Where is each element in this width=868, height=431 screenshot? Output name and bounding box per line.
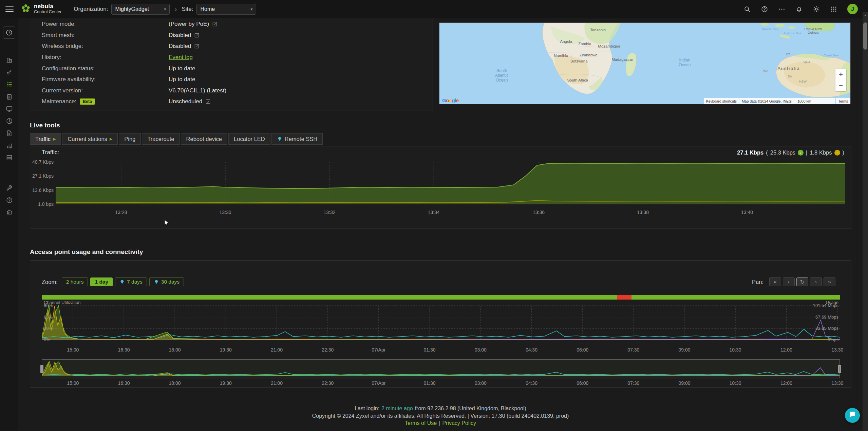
map-panel[interactable]: TanzaniaAngolaZambiaMozambiqueNamibiaZim…	[439, 22, 851, 104]
scrollbar-up-arrow-icon[interactable]: ▲	[863, 13, 868, 18]
brush-handle-left[interactable]	[40, 365, 43, 373]
scrollbar-thumb[interactable]	[863, 22, 867, 50]
tab-remote-ssh[interactable]: Remote SSH	[271, 133, 323, 145]
map-label-mozambique: Mozambique	[598, 44, 620, 48]
pan-last-button[interactable]: »	[824, 277, 835, 286]
pan-first-button[interactable]: «	[769, 277, 781, 286]
page-scrollbar[interactable]: ▲	[863, 12, 868, 431]
pro-gem-icon	[154, 279, 159, 285]
nebula-flower-icon	[20, 3, 31, 15]
site-select[interactable]: Home ▾	[196, 4, 256, 15]
x-tick-label: 01:30	[424, 380, 436, 386]
timeline-brush[interactable]	[42, 359, 840, 378]
zoom-7-days[interactable]: 7 days	[115, 277, 147, 286]
map-scale-bar	[813, 100, 833, 102]
topbar-actions: J	[743, 4, 863, 14]
edit-icon[interactable]	[194, 43, 200, 49]
map-attribution: Keyboard shortcuts Map data ©2024 Google…	[439, 98, 850, 104]
tab-traffic[interactable]: Traffic▶	[30, 133, 61, 145]
sidebar-item-applications[interactable]	[0, 115, 18, 127]
help-icon[interactable]	[761, 5, 768, 13]
zoom-2-hours[interactable]: 2 hours	[62, 277, 88, 286]
traffic-x-axis: 13:2813:3013:3213:3413:3613:3813:40	[56, 210, 845, 216]
world-map[interactable]: TanzaniaAngolaZambiaMozambiqueNamibiaZim…	[439, 23, 850, 104]
sidebar-item-devices[interactable]	[0, 78, 18, 90]
x-tick-label: 18:00	[169, 347, 181, 353]
x-tick-label: 16:30	[118, 347, 130, 353]
map-label-wa: WA	[763, 69, 769, 73]
terms-of-use-link[interactable]: Terms of Use	[405, 420, 437, 426]
sidebar-item-clients[interactable]	[0, 90, 18, 103]
tab-locator-led[interactable]: Locator LED	[228, 133, 270, 145]
user-avatar[interactable]: J	[847, 4, 858, 14]
sidebar-item-site-key[interactable]	[0, 66, 18, 78]
zoom-1-day[interactable]: 1 day	[90, 277, 113, 286]
privacy-policy-link[interactable]: Privacy Policy	[442, 420, 476, 426]
pro-gem-icon	[119, 279, 125, 285]
sidebar-item-configure[interactable]	[0, 151, 18, 164]
x-tick-label: 13:30	[220, 210, 231, 215]
zoom-30-days[interactable]: 30 days	[149, 277, 184, 286]
sidebar-item-license[interactable]	[0, 206, 18, 218]
live-indicator-icon: ▶	[110, 137, 112, 141]
buildings-icon	[6, 56, 13, 64]
apps-grid-icon[interactable]	[830, 5, 837, 13]
map-zoom-in-button[interactable]: +	[835, 69, 846, 80]
map-label-south: South	[496, 68, 507, 73]
product-name: nebula Control Center	[34, 3, 61, 14]
menu-icon[interactable]	[5, 5, 14, 14]
device-detail-label: Smart mesh:	[42, 32, 169, 39]
pan-prev-button[interactable]: ‹	[783, 277, 795, 286]
more-options-icon[interactable]	[778, 5, 786, 13]
x-tick-label: 07/Apr	[372, 380, 385, 386]
device-detail-label: Wireless bridge:	[42, 43, 169, 50]
tab-current-stations[interactable]: Current stations▶	[62, 133, 118, 145]
left-axis-tick: 0%	[44, 337, 50, 342]
doc-icon	[6, 130, 13, 137]
chart-icon	[6, 142, 13, 149]
tab-ping[interactable]: Ping	[119, 133, 141, 145]
notifications-bell-icon[interactable]	[795, 5, 803, 13]
x-tick-label: 22:30	[322, 380, 334, 386]
event-log-link[interactable]: Event log	[169, 54, 193, 61]
x-tick-label: 15:00	[67, 380, 79, 386]
search-icon[interactable]	[743, 5, 751, 13]
map-label-zimbabwe: Zimbabwe	[580, 53, 598, 57]
edit-icon[interactable]	[205, 99, 211, 104]
sidebar-item-tools[interactable]	[0, 182, 18, 194]
tab-reboot-device[interactable]: Reboot device	[181, 133, 228, 145]
pan-refresh-button[interactable]: ↻	[796, 277, 808, 286]
sidebar-item-analytics[interactable]	[0, 139, 18, 151]
map-label-zambia: Zambia	[578, 42, 591, 46]
edit-icon[interactable]	[194, 33, 200, 38]
sidebar-item-logs[interactable]	[0, 127, 18, 139]
tab-traceroute[interactable]: Traceroute	[142, 133, 180, 145]
y-tick-label: 13.6 Kbps	[32, 187, 54, 193]
sidebar-item-recent[interactable]	[3, 26, 15, 39]
sidebar-item-help[interactable]	[0, 194, 18, 206]
x-tick-label: 13:30	[831, 347, 843, 353]
pan-next-button[interactable]: ›	[810, 277, 822, 286]
site-label: Site:	[182, 6, 193, 13]
map-label-guinea: Guinea	[808, 31, 819, 34]
map-label-indian: Indian	[679, 58, 690, 62]
device-detail-row: Firmware availability:Up to date	[42, 74, 433, 85]
x-tick-label: 15:00	[67, 347, 79, 353]
settings-gear-icon[interactable]	[813, 5, 820, 13]
sidebar-item-monitor[interactable]	[0, 103, 18, 115]
edit-icon[interactable]	[212, 21, 218, 27]
x-tick-label: 06:00	[577, 380, 588, 386]
brush-handle-right[interactable]	[838, 365, 841, 373]
map-terms-link[interactable]: Terms	[836, 98, 850, 104]
nebula-logo[interactable]: nebula Control Center	[20, 3, 61, 15]
map-zoom-out-button[interactable]: −	[835, 80, 846, 91]
chat-widget-button[interactable]	[845, 408, 860, 423]
x-tick-label: 21:00	[271, 380, 283, 386]
x-tick-label: 13:28	[115, 210, 127, 215]
last-login-time-link[interactable]: 2 minute ago	[381, 406, 413, 411]
keyboard-shortcuts-link[interactable]: Keyboard shortcuts	[704, 98, 739, 104]
chevron-down-icon: ▾	[164, 7, 166, 12]
topbar: nebula Control Center Organization: Migh…	[0, 0, 868, 18]
organization-select[interactable]: MightyGadget ▾	[111, 4, 170, 15]
sidebar-item-org-overview[interactable]	[0, 54, 18, 66]
